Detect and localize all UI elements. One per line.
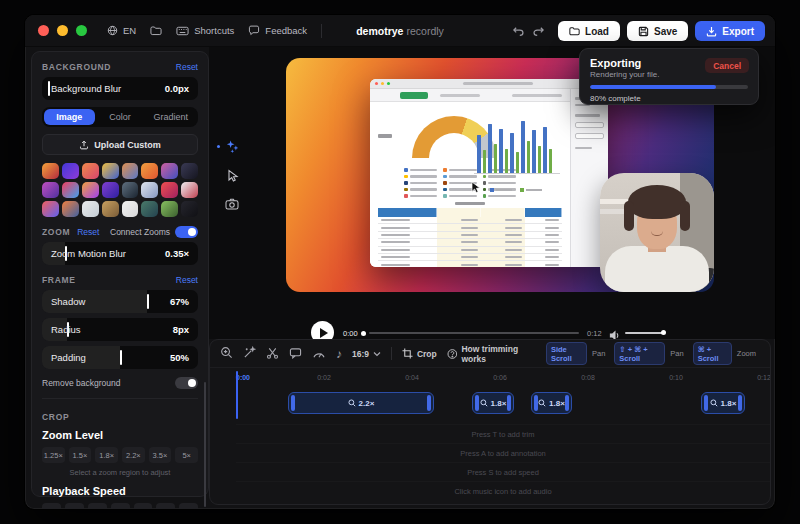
export-button[interactable]: Export — [695, 21, 765, 41]
slider-padding[interactable]: Padding50% — [42, 346, 198, 369]
slider-radius[interactable]: Radius8px — [42, 318, 198, 341]
wallpaper-thumbnail[interactable] — [122, 182, 139, 198]
slider-thumb[interactable] — [120, 350, 122, 365]
wallpaper-thumbnail[interactable] — [122, 163, 139, 179]
wallpaper-thumbnail[interactable] — [141, 182, 158, 198]
volume-knob[interactable] — [661, 330, 666, 335]
wallpaper-thumbnail[interactable] — [161, 163, 178, 179]
playback-speed-option[interactable]: 0.25× — [42, 503, 61, 510]
webcam-overlay[interactable] — [600, 173, 714, 292]
camera-tool-button[interactable] — [225, 198, 239, 210]
slider-thumb[interactable] — [48, 81, 50, 96]
minimize-window-button[interactable] — [57, 25, 68, 36]
playback-speed-option[interactable]: 1.75× — [156, 503, 175, 510]
undo-button[interactable] — [512, 25, 525, 37]
wallpaper-thumbnail[interactable] — [102, 182, 119, 198]
wallpaper-thumbnail[interactable] — [102, 201, 119, 217]
zoom-segment[interactable]: 1.8× — [472, 392, 514, 414]
segment-right-handle[interactable] — [565, 395, 569, 411]
wallpaper-thumbnail[interactable] — [82, 182, 99, 198]
segment-left-handle[interactable] — [704, 395, 708, 411]
wallpaper-thumbnail[interactable] — [42, 182, 59, 198]
wallpaper-thumbnail[interactable] — [181, 182, 198, 198]
seek-bar[interactable] — [369, 332, 579, 334]
segment-left-handle[interactable] — [291, 395, 295, 411]
wallpaper-thumbnail[interactable] — [42, 201, 59, 217]
music-button[interactable]: ♪ — [336, 348, 342, 360]
zoom-window-button[interactable] — [76, 25, 87, 36]
language-switcher[interactable]: EN — [107, 25, 136, 36]
effects-tool-button[interactable] — [225, 139, 240, 154]
aspect-ratio-dropdown[interactable]: 16:9 — [352, 349, 381, 359]
how-trimming-works-button[interactable]: How trimming works — [447, 344, 536, 364]
load-button[interactable]: Load — [558, 21, 620, 41]
segment-left-handle[interactable] — [475, 395, 479, 411]
zoom-segment[interactable]: 1.8× — [531, 392, 572, 414]
active-tool-dot — [217, 145, 220, 148]
cursor-tool-button[interactable] — [226, 169, 239, 183]
redo-button[interactable] — [532, 25, 545, 37]
wallpaper-thumbnail[interactable] — [181, 163, 198, 179]
wallpaper-thumbnail[interactable] — [141, 201, 158, 217]
zoom-level-option[interactable]: 1.8× — [95, 447, 118, 463]
zoom-level-option[interactable]: 1.25× — [42, 447, 65, 463]
upload-custom-button[interactable]: Upload Custom — [42, 134, 198, 155]
crop-button[interactable]: Crop — [402, 348, 437, 359]
cancel-export-button[interactable]: Cancel — [705, 58, 749, 73]
playback-speed-option[interactable]: 0.5× — [65, 503, 84, 510]
projects-button[interactable] — [150, 25, 162, 36]
frame-reset-link[interactable]: Reset — [176, 275, 198, 285]
wallpaper-thumbnail[interactable] — [141, 163, 158, 179]
zoom-segment[interactable]: 1.8× — [701, 392, 745, 414]
background-tab-image[interactable]: Image — [44, 109, 95, 125]
save-button[interactable]: Save — [627, 21, 688, 41]
background-tab-gradient[interactable]: Gradient — [145, 109, 196, 125]
background-tab-color[interactable]: Color — [95, 109, 146, 125]
playback-speed-option[interactable]: 0.75× — [88, 503, 107, 510]
zoom-level-option[interactable]: 2.2× — [122, 447, 145, 463]
zoom-segment[interactable]: 2.2× — [288, 392, 434, 414]
wallpaper-thumbnail[interactable] — [181, 201, 198, 217]
wallpaper-thumbnail[interactable] — [122, 201, 139, 217]
wallpaper-thumbnail[interactable] — [62, 163, 79, 179]
segment-right-handle[interactable] — [738, 395, 742, 411]
zoom-level-option[interactable]: 3.5× — [149, 447, 172, 463]
segment-right-handle[interactable] — [427, 395, 431, 411]
wallpaper-thumbnail[interactable] — [62, 182, 79, 198]
feedback-button[interactable]: Feedback — [248, 25, 307, 36]
shortcuts-button[interactable]: Shortcuts — [176, 25, 234, 36]
zoom-level-option[interactable]: 5× — [175, 447, 198, 463]
playback-speed-option[interactable]: 2× — [179, 503, 198, 510]
wallpaper-thumbnail[interactable] — [102, 163, 119, 179]
wallpaper-thumbnail[interactable] — [62, 201, 79, 217]
zoom-track[interactable]: 2.2×1.8×1.8×1.8× — [210, 392, 770, 416]
playback-speed-option[interactable]: 1.5× — [134, 503, 153, 510]
background-reset-link[interactable]: Reset — [176, 62, 198, 72]
slider-thumb[interactable] — [147, 294, 149, 309]
zoom-level-option[interactable]: 1.5× — [69, 447, 92, 463]
volume-slider[interactable] — [625, 332, 665, 334]
wallpaper-thumbnail[interactable] — [82, 163, 99, 179]
playback-speed-option[interactable]: 1.25× — [111, 503, 130, 510]
timeline-zoom-in-button[interactable] — [220, 345, 233, 363]
playhead-dot[interactable] — [361, 331, 366, 336]
slider-shadow[interactable]: Shadow67% — [42, 290, 198, 313]
wallpaper-thumbnail[interactable] — [82, 201, 99, 217]
zoom-reset-link[interactable]: Reset — [77, 227, 99, 237]
zoom-motion-blur-slider[interactable]: Zoom Motion Blur 0.35× — [42, 242, 198, 265]
magic-wand-button[interactable] — [243, 345, 256, 363]
wallpaper-thumbnail[interactable] — [161, 201, 178, 217]
wallpaper-thumbnail[interactable] — [42, 163, 59, 179]
wallpaper-thumbnail[interactable] — [161, 182, 178, 198]
annotation-button[interactable] — [289, 345, 302, 363]
segment-right-handle[interactable] — [507, 395, 511, 411]
close-window-button[interactable] — [38, 25, 49, 36]
speed-button[interactable] — [312, 345, 326, 363]
cut-button[interactable] — [266, 345, 279, 363]
background-blur-slider[interactable]: Background Blur 0.0px — [42, 77, 198, 100]
remove-background-toggle[interactable] — [175, 377, 198, 389]
sidebar-scrollbar[interactable] — [204, 382, 206, 507]
segment-left-handle[interactable] — [534, 395, 538, 411]
table-cell — [437, 217, 481, 223]
connect-zooms-toggle[interactable] — [175, 226, 198, 238]
